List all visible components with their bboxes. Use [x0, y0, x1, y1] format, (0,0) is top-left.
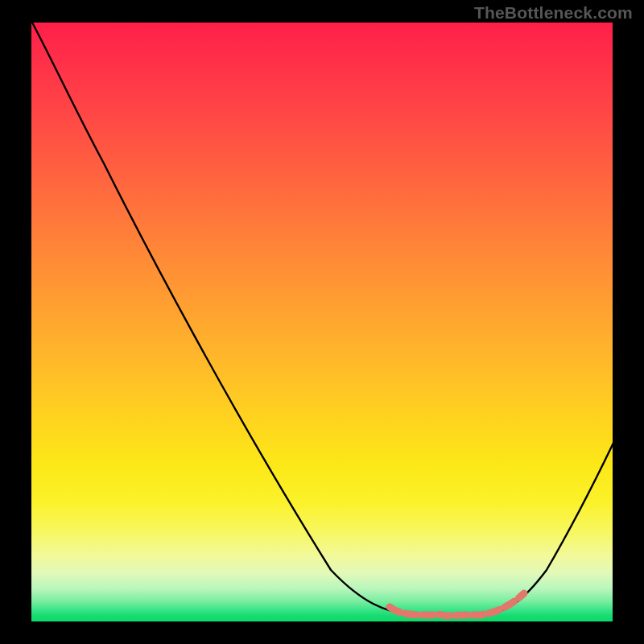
- sweet-spot-highlight: [390, 593, 524, 616]
- attribution-text: TheBottleneck.com: [474, 3, 633, 23]
- bottleneck-curve: [31, 23, 613, 615]
- plot-area: [31, 23, 613, 621]
- chart-container: TheBottleneck.com: [0, 0, 644, 644]
- curve-overlay: [31, 23, 613, 621]
